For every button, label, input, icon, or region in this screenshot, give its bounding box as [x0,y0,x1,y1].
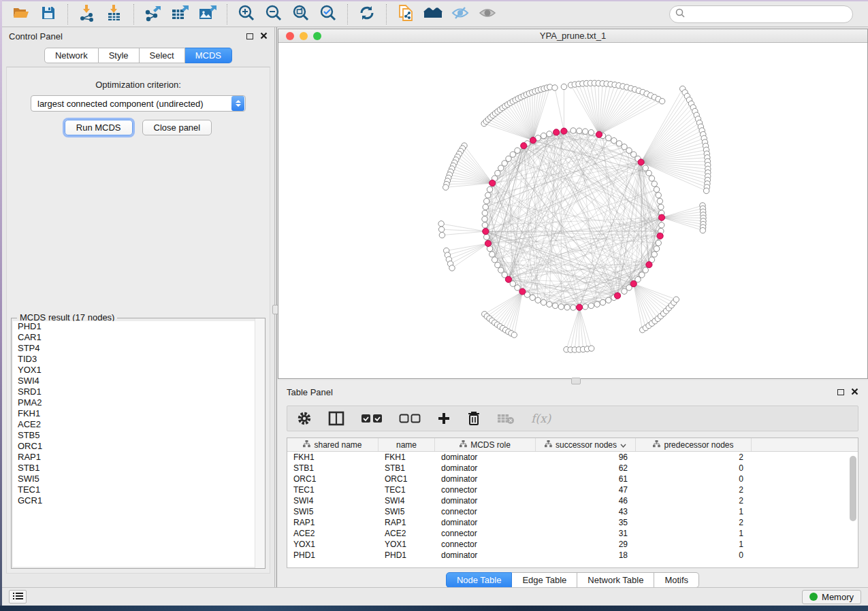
close-panel-button[interactable]: Close panel [142,120,212,135]
table-cell: RAP1 [287,518,379,527]
mcds-result-item[interactable]: PHD1 [13,321,263,332]
mcds-result-item[interactable]: ACE2 [13,419,263,430]
table-row[interactable]: SWI5SWI5connector431 [287,506,858,517]
table-row[interactable]: ORC1ORC1dominator610 [287,474,858,484]
table-row[interactable]: YOX1YOX1connector291 [287,539,858,550]
tab-network[interactable]: Network [44,48,99,63]
table-cell: dominator [435,496,536,506]
mcds-result-item[interactable]: PMA2 [13,397,263,408]
refresh-button[interactable] [353,4,381,24]
sort-chevron-icon[interactable] [620,440,626,450]
hide-selected-button[interactable] [447,4,474,24]
run-mcds-button[interactable]: Run MCDS [65,120,133,135]
add-column-icon[interactable] [437,412,451,425]
mcds-result-item[interactable]: SWI4 [13,376,263,386]
deselect-all-icon[interactable] [399,413,421,424]
mcds-tab-content: Optimization criterion: largest connecte… [6,67,270,574]
export-table-button[interactable] [167,4,194,24]
import-network-button[interactable] [74,4,101,24]
clone-network-button[interactable] [392,4,419,24]
minimize-traffic-light[interactable] [300,32,308,40]
tab-select[interactable]: Select [140,48,185,63]
table-row[interactable]: RAP1RAP1dominator352 [287,517,858,528]
mcds-result-item[interactable]: SWI5 [13,474,263,484]
table-cell: 29 [536,540,636,549]
tab-edge-table[interactable]: Edge Table [512,572,577,588]
network-canvas[interactable] [278,43,867,378]
table-row[interactable]: ACE2ACE2connector311 [287,528,858,539]
control-panel: Control Panel NetworkStyleSelectMCDS Opt… [2,27,274,587]
show-all-button[interactable] [474,4,501,24]
column-header-shared-name[interactable]: shared name [287,438,379,451]
optimization-criterion-select[interactable]: largest connected component (undirected) [31,95,246,112]
select-all-icon[interactable] [361,413,383,424]
table-cell: 35 [536,518,636,527]
toolbar-separator [67,4,68,24]
column-header-name[interactable]: name [379,438,435,451]
mcds-result-list[interactable]: PHD1CAR1STP4TID3YOX1SWI4SRD1PMA2FKH1ACE2… [13,321,263,567]
mcds-result-item[interactable]: RAP1 [13,452,263,463]
memory-status-dot [809,593,818,601]
tab-network-table[interactable]: Network Table [577,572,654,588]
table-row[interactable]: PHD1PHD1dominator180 [287,550,858,561]
mcds-result-item[interactable]: FKH1 [13,408,263,419]
tab-motifs[interactable]: Motifs [654,572,699,588]
divider-grip[interactable] [571,378,581,384]
search-box[interactable] [669,5,853,23]
mcds-result-item[interactable]: GCR1 [13,495,263,506]
zoom-selected-button[interactable] [315,4,342,24]
zoom-in-button[interactable] [233,4,260,24]
toolbar-separator [347,4,348,24]
mcds-result-item[interactable]: CAR1 [13,332,263,343]
first-neighbors-button[interactable] [419,4,447,24]
column-header-MCDS-role[interactable]: MCDS role [435,438,536,451]
memory-button[interactable]: Memory [802,590,861,604]
mcds-result-item[interactable]: STB1 [13,463,263,474]
float-panel-icon[interactable] [246,33,253,39]
maximize-traffic-light[interactable] [313,32,321,40]
tab-style[interactable]: Style [99,48,140,63]
table-cell: dominator [435,452,536,462]
float-panel-icon[interactable] [837,389,844,395]
export-network-button[interactable] [140,4,167,24]
mcds-result-item[interactable]: STB5 [13,430,263,441]
export-image-button[interactable] [194,4,221,24]
mcds-result-item[interactable]: ORC1 [13,441,263,452]
network-graph[interactable] [278,43,867,378]
table-row[interactable]: FKH1FKH1dominator962 [287,452,858,463]
search-input[interactable] [689,10,852,20]
right-column: YPA_prune.txt_1 Table Panel [277,27,868,587]
column-header-successor-nodes[interactable]: successor nodes [536,438,636,451]
mcds-result-item[interactable]: SRD1 [13,386,263,397]
network-window-titlebar[interactable]: YPA_prune.txt_1 [278,29,867,43]
mcds-result-item[interactable]: YOX1 [13,365,263,376]
zoom-fit-button[interactable] [287,4,315,24]
table-row[interactable]: SWI4SWI4dominator462 [287,495,858,506]
desktop-wallpaper-bottom [0,606,868,611]
close-traffic-light[interactable] [286,32,294,40]
show-panels-button[interactable] [9,590,27,604]
table-cell: SWI4 [379,496,435,506]
tab-mcds[interactable]: MCDS [185,48,232,63]
mcds-result-item[interactable]: TEC1 [13,484,263,495]
mcds-result-item[interactable]: TID3 [13,354,263,365]
memory-label: Memory [822,592,854,602]
table-row[interactable]: STB1STB1dominator620 [287,463,858,474]
mcds-result-groupbox: MCDS result (17 nodes) PHD1CAR1STP4TID3Y… [11,318,266,569]
close-panel-icon[interactable] [260,30,268,42]
table-row[interactable]: TEC1TEC1connector472 [287,484,858,495]
show-hide-columns-icon[interactable] [328,411,344,426]
network-view-window: YPA_prune.txt_1 [278,29,868,379]
column-header-predecessor-nodes[interactable]: predecessor nodes [636,438,752,451]
mcds-list-scrollbar[interactable] [255,318,265,568]
table-scrollbar-thumb[interactable] [850,456,856,521]
save-session-button[interactable] [35,4,62,24]
delete-column-icon[interactable] [467,411,481,426]
import-table-button[interactable] [101,4,128,24]
open-file-button[interactable] [7,4,35,24]
mcds-result-item[interactable]: STP4 [13,343,263,354]
tab-node-table[interactable]: Node Table [446,572,513,588]
close-panel-icon[interactable] [851,386,858,398]
zoom-out-button[interactable] [260,4,287,24]
settings-gear-icon[interactable] [297,411,312,426]
